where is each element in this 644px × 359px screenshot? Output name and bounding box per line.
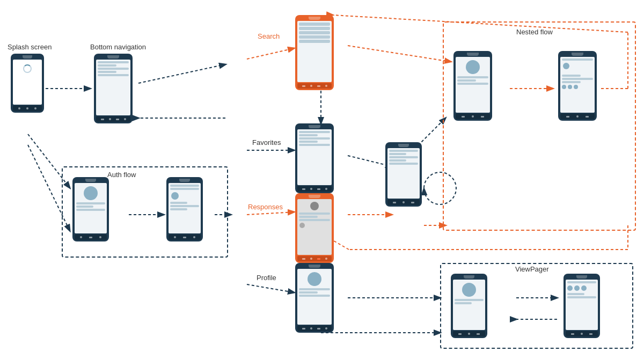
label-splash: Splash screen [8,43,52,51]
phone-auth-1 [72,177,109,241]
label-bottom-nav: Bottom navigation [90,43,146,51]
phone-viewpager-1 [451,274,487,338]
phone-search [295,15,334,90]
label-viewpager: ViewPager [515,265,549,273]
phone-nested-1 [453,51,492,121]
label-profile: Profile [257,274,276,282]
phone-fav-dest [385,142,422,207]
phone-bottom-nav [94,54,133,123]
phone-auth-2 [166,177,203,241]
label-nested-flow: Nested flow [516,28,553,36]
svg-line-7 [247,48,294,59]
svg-line-10 [247,284,294,292]
svg-line-9 [247,212,294,215]
phone-nested-2 [558,51,597,121]
phone-viewpager-2 [564,274,600,338]
label-favorites: Favorites [252,138,281,146]
svg-line-11 [348,46,451,62]
phone-splash [11,54,44,113]
loading-spinner [23,64,32,73]
label-auth-flow: Auth flow [107,171,136,179]
label-search: Search [258,32,280,40]
label-responses: Responses [248,203,283,211]
phone-profile [295,263,334,333]
diagram-container: Splash screen Bottom navigation Auth flo… [0,0,644,359]
phone-favorites [295,123,334,193]
phone-responses [295,193,334,263]
svg-line-1 [138,64,225,83]
